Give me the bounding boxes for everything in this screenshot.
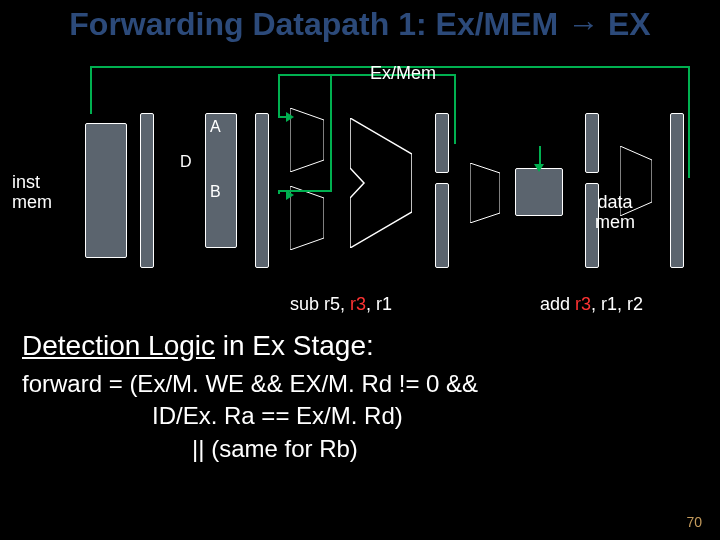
svg-marker-0 bbox=[290, 108, 324, 172]
ex-mem-stage-label: Ex/Mem bbox=[370, 63, 436, 84]
data-mem-block bbox=[515, 168, 563, 216]
detection-line1: forward = (Ex/M. WE && EX/M. Rd != 0 && bbox=[22, 368, 702, 400]
inst-mem-label: inst mem bbox=[12, 173, 52, 213]
add-instruction: add r3, r1, r2 bbox=[540, 294, 643, 315]
regfile-port-b: B bbox=[210, 183, 221, 201]
id-ex-reg bbox=[255, 113, 269, 268]
dmem-arrow bbox=[534, 164, 544, 172]
detection-line2: ID/Ex. Ra == Ex/M. Rd) bbox=[22, 400, 702, 432]
detection-line3: || (same for Rb) bbox=[22, 433, 702, 465]
sub-rd: r3 bbox=[350, 294, 366, 314]
fwd-wire-right-drop bbox=[688, 66, 690, 178]
ex-mem-reg-top bbox=[435, 113, 449, 173]
wb-reg bbox=[670, 113, 684, 268]
data-mem-label: data mem bbox=[595, 193, 635, 233]
ex-mem-reg-bot bbox=[435, 183, 449, 268]
if-id-reg bbox=[140, 113, 154, 268]
fwd-wire-v4 bbox=[278, 190, 280, 194]
inst-mem-block bbox=[85, 123, 127, 258]
svg-marker-2 bbox=[350, 118, 412, 248]
detection-body: forward = (Ex/M. WE && EX/M. Rd != 0 && … bbox=[22, 368, 702, 465]
datapath-diagram: inst mem D A B bbox=[30, 68, 690, 318]
detection-logic-section: Detection Logic in Ex Stage: forward = (… bbox=[22, 330, 702, 465]
svg-marker-1 bbox=[290, 186, 324, 250]
fwd-wire-v3 bbox=[330, 74, 332, 190]
fwd-mux-b bbox=[290, 186, 324, 250]
svg-marker-3 bbox=[470, 163, 500, 223]
sub-rest: , r1 bbox=[366, 294, 392, 314]
fwd-wire-v2 bbox=[278, 74, 280, 116]
slide-number: 70 bbox=[686, 514, 702, 530]
fwd-wire-v1 bbox=[454, 74, 456, 144]
fwd-arrow-a bbox=[286, 112, 294, 122]
regfile-port-d: D bbox=[180, 153, 192, 171]
slide-title: Forwarding Datapath 1: Ex/MEM → EX bbox=[0, 0, 720, 43]
sub-op: sub r5, bbox=[290, 294, 350, 314]
fwd-wire-left-drop bbox=[90, 66, 92, 114]
sub-instruction: sub r5, r3, r1 bbox=[290, 294, 392, 315]
add-op: add bbox=[540, 294, 575, 314]
fwd-mux-a bbox=[290, 108, 324, 172]
add-rd: r3 bbox=[575, 294, 591, 314]
regfile-port-a: A bbox=[210, 118, 221, 136]
add-rest: , r1, r2 bbox=[591, 294, 643, 314]
detection-heading-rest: in Ex Stage: bbox=[215, 330, 374, 361]
fwd-arrow-b bbox=[286, 190, 294, 200]
alu-block bbox=[350, 118, 412, 248]
mem-wb-reg-top bbox=[585, 113, 599, 173]
detection-heading-underline: Detection Logic bbox=[22, 330, 215, 361]
detection-heading: Detection Logic in Ex Stage: bbox=[22, 330, 702, 362]
mem-addr-mux bbox=[470, 163, 500, 223]
